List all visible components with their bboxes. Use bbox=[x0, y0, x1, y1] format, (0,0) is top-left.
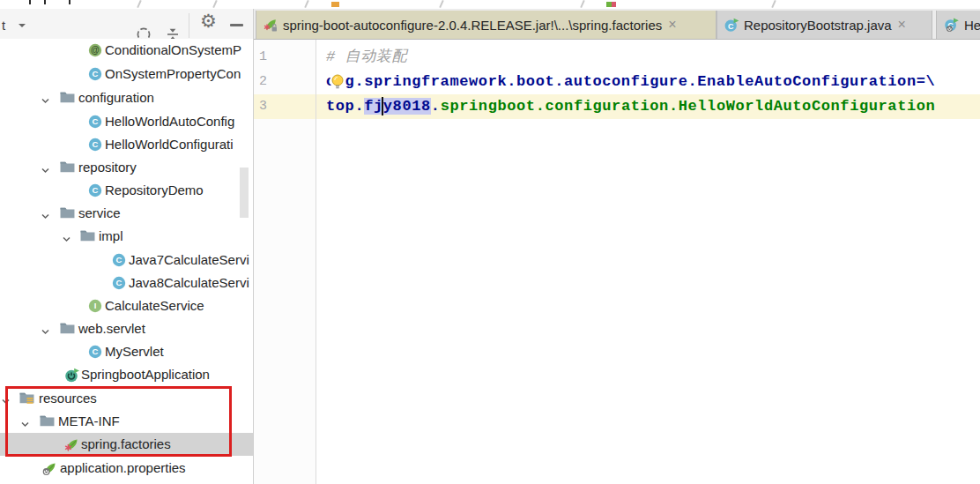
text-caret bbox=[382, 97, 383, 115]
tree-item-configuration[interactable]: configuration bbox=[0, 86, 253, 109]
tree-item-label: configuration bbox=[78, 90, 154, 105]
tab-label: He bbox=[964, 18, 980, 33]
code-token: . bbox=[431, 98, 441, 115]
svg-text:C: C bbox=[93, 139, 99, 149]
breadcrumb-separator bbox=[580, 0, 584, 8]
tree-item-label: CalculateService bbox=[105, 298, 204, 313]
tree-item-label: spring.factories bbox=[81, 436, 171, 451]
tree-item-label: SpringbootApplication bbox=[81, 367, 210, 382]
tree-item-label: service bbox=[78, 205, 121, 220]
tree-item-conditional-on-system-p[interactable]: @ ConditionalOnSystemP bbox=[0, 39, 253, 62]
tree-item-impl[interactable]: impl bbox=[0, 225, 253, 248]
tree-item-repository[interactable]: repository bbox=[0, 156, 253, 179]
tree-item-label: META-INF bbox=[58, 413, 120, 428]
svg-text:C: C bbox=[728, 21, 734, 30]
runnable-class-icon: C bbox=[724, 18, 739, 33]
tree-item-label: repository bbox=[78, 160, 137, 175]
tree-item-label: ConditionalOnSystemP bbox=[105, 42, 241, 57]
tree-item-label: HelloWorldAutoConfig bbox=[105, 114, 234, 129]
line-number: 1 bbox=[259, 45, 267, 70]
tree-item-springboot-application[interactable]: SpringbootApplication bbox=[0, 363, 253, 386]
breadcrumb-separator bbox=[304, 0, 308, 8]
tree-item-on-system-property-con[interactable]: C OnSystemPropertyCon bbox=[0, 63, 253, 86]
tree-item-hello-world-auto-config[interactable]: C HelloWorldAutoConfig bbox=[0, 110, 253, 133]
tree-item-hello-world-configurati[interactable]: C HelloWorldConfigurati bbox=[0, 133, 253, 156]
folder-icon bbox=[60, 206, 75, 220]
svg-text:@: @ bbox=[91, 45, 100, 55]
spring-properties-icon bbox=[42, 461, 57, 475]
folder-icon bbox=[60, 322, 75, 336]
highlighted-identifier: fjy8018 bbox=[364, 98, 431, 115]
spring-boot-runnable-class-icon: C bbox=[944, 18, 960, 33]
tree-item-spring-factories[interactable]: spring.factories bbox=[0, 433, 253, 456]
project-panel-header: t ⚙ bbox=[0, 9, 253, 42]
dropdown-arrow-icon[interactable] bbox=[19, 24, 26, 27]
tree-item-label: web.servlet bbox=[78, 321, 145, 336]
tab-label: spring-boot-autoconfigure-2.0.4.RELEASE.… bbox=[283, 18, 662, 33]
svg-text:C: C bbox=[116, 255, 122, 264]
class-icon: C bbox=[88, 138, 103, 152]
tree-item-label: OnSystemPropertyCon bbox=[105, 66, 241, 81]
folder-icon bbox=[80, 229, 95, 243]
tree-item-label: Java7CalculateServi bbox=[129, 252, 249, 267]
chevron-down-icon[interactable] bbox=[41, 324, 50, 340]
breadcrumb-separator bbox=[771, 0, 776, 8]
tree-item-meta-inf[interactable]: META-INF bbox=[0, 410, 253, 433]
folder-icon bbox=[60, 91, 75, 105]
gutter-separator bbox=[316, 40, 316, 484]
chevron-down-icon[interactable] bbox=[62, 232, 71, 248]
breadcrumb-remnant bbox=[69, 0, 71, 4]
line-number: 2 bbox=[259, 70, 267, 94]
close-icon[interactable]: × bbox=[668, 18, 676, 32]
tree-item-label: Java8CalculateServi bbox=[129, 275, 249, 290]
chevron-down-icon[interactable] bbox=[20, 417, 30, 433]
code-token: springboot.configuration.HelloWorldAutoC… bbox=[441, 98, 936, 115]
resources-folder-icon bbox=[19, 391, 34, 406]
code-line-1-comment[interactable]: # 自动装配 bbox=[326, 45, 407, 70]
tree-item-resources[interactable]: resources bbox=[0, 387, 253, 410]
tree-item-application-properties[interactable]: application.properties bbox=[0, 457, 253, 480]
tab-spring-factories[interactable]: spring-boot-autoconfigure-2.0.4.RELEASE.… bbox=[256, 11, 716, 39]
spring-boot-class-icon bbox=[64, 368, 79, 382]
tab-he-truncated[interactable]: C He bbox=[936, 11, 980, 39]
breadcrumb-remnant bbox=[44, 0, 46, 4]
tree-item-label: application.properties bbox=[60, 460, 186, 475]
settings-gear-icon[interactable]: ⚙ bbox=[200, 12, 217, 31]
tab-label: RepositoryBootstrap.java bbox=[744, 18, 892, 33]
tree-item-java8-calculate-servi[interactable]: C Java8CalculateServi bbox=[0, 272, 253, 294]
breadcrumb-separator bbox=[137, 0, 141, 8]
tree-item-calculate-service[interactable]: I CalculateService bbox=[0, 294, 253, 317]
chevron-down-icon[interactable] bbox=[41, 163, 50, 179]
tree-item-java7-calculate-servi[interactable]: C Java7CalculateServi bbox=[0, 249, 253, 272]
tree-item-label: MyServlet bbox=[105, 344, 164, 359]
close-icon[interactable]: × bbox=[898, 18, 906, 32]
line-number: 3 bbox=[259, 94, 267, 119]
svg-text:C: C bbox=[93, 69, 99, 78]
tree-item-service[interactable]: service bbox=[0, 202, 253, 225]
chevron-down-icon[interactable] bbox=[41, 93, 50, 109]
code-token: top. bbox=[326, 98, 364, 115]
tree-item-label: RepositoryDemo bbox=[105, 182, 204, 197]
toolbar-divider bbox=[189, 13, 189, 38]
chevron-down-icon[interactable] bbox=[41, 209, 50, 225]
breadcrumb-separator bbox=[212, 0, 217, 8]
annotation-icon: @ bbox=[88, 43, 103, 57]
class-icon: C bbox=[88, 345, 103, 359]
class-icon: C bbox=[88, 115, 103, 129]
spring-file-icon bbox=[64, 437, 79, 451]
tree-item-repository-demo[interactable]: C RepositoryDemo bbox=[0, 179, 253, 202]
tree-item-label: resources bbox=[39, 391, 97, 406]
code-line-3[interactable]: top.fjy8018.springboot.configuration.Hel… bbox=[326, 94, 935, 119]
svg-text:C: C bbox=[116, 278, 122, 287]
tree-scrollbar-thumb[interactable] bbox=[240, 168, 249, 218]
svg-text:I: I bbox=[94, 301, 97, 310]
tree-item-web-servlet[interactable]: web.servlet bbox=[0, 317, 253, 340]
class-icon: C bbox=[112, 276, 127, 290]
chevron-down-icon[interactable] bbox=[1, 394, 11, 410]
intention-lightbulb-icon[interactable] bbox=[329, 73, 346, 91]
svg-text:C: C bbox=[93, 185, 99, 195]
tab-repository-bootstrap-java[interactable]: C RepositoryBootstrap.java × bbox=[716, 11, 932, 39]
hide-panel-icon[interactable] bbox=[230, 24, 243, 26]
tree-item-my-servlet[interactable]: C MyServlet bbox=[0, 340, 253, 363]
code-line-2[interactable]: org.springframework.boot.autoconfigure.E… bbox=[326, 70, 935, 94]
